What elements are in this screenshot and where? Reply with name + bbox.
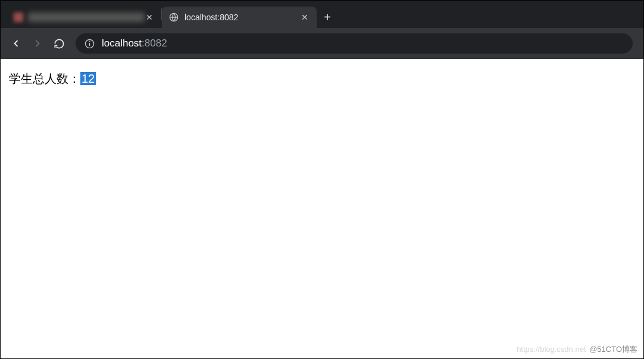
watermark: https://blog.csdn.net @51CTO博客 bbox=[517, 344, 637, 355]
tab-favicon-hidden bbox=[14, 13, 23, 22]
tab-strip: ✕ localhost:8082 ✕ + bbox=[1, 1, 643, 28]
back-button[interactable] bbox=[5, 33, 27, 54]
tab-active[interactable]: localhost:8082 ✕ bbox=[162, 7, 317, 28]
tab-title: localhost:8082 bbox=[185, 13, 300, 22]
address-bar[interactable]: localhost:8082 bbox=[76, 33, 633, 54]
address-port: :8082 bbox=[142, 38, 167, 49]
content-line: 学生总人数：12 bbox=[9, 72, 96, 85]
info-icon[interactable] bbox=[84, 38, 95, 49]
reload-button[interactable] bbox=[48, 33, 70, 54]
watermark-faint: https://blog.csdn.net bbox=[517, 345, 586, 354]
student-count-label: 学生总人数： bbox=[9, 72, 80, 85]
student-count-value: 12 bbox=[80, 72, 96, 85]
address-host: localhost bbox=[102, 38, 142, 49]
tab-title-hidden bbox=[28, 13, 145, 22]
close-icon[interactable]: ✕ bbox=[145, 13, 154, 22]
close-icon[interactable]: ✕ bbox=[300, 13, 310, 22]
browser-window: ✕ localhost:8082 ✕ + bbox=[0, 0, 644, 359]
watermark-text: @51CTO博客 bbox=[589, 345, 637, 354]
toolbar: localhost:8082 bbox=[1, 28, 643, 59]
svg-point-3 bbox=[89, 41, 90, 42]
page-content: 学生总人数：12 https://blog.csdn.net @51CTO博客 bbox=[1, 59, 643, 358]
new-tab-button[interactable]: + bbox=[317, 7, 338, 28]
forward-button[interactable] bbox=[27, 33, 48, 54]
tab-inactive[interactable]: ✕ bbox=[7, 7, 161, 28]
globe-icon bbox=[169, 13, 179, 22]
address-text: localhost:8082 bbox=[102, 38, 167, 49]
